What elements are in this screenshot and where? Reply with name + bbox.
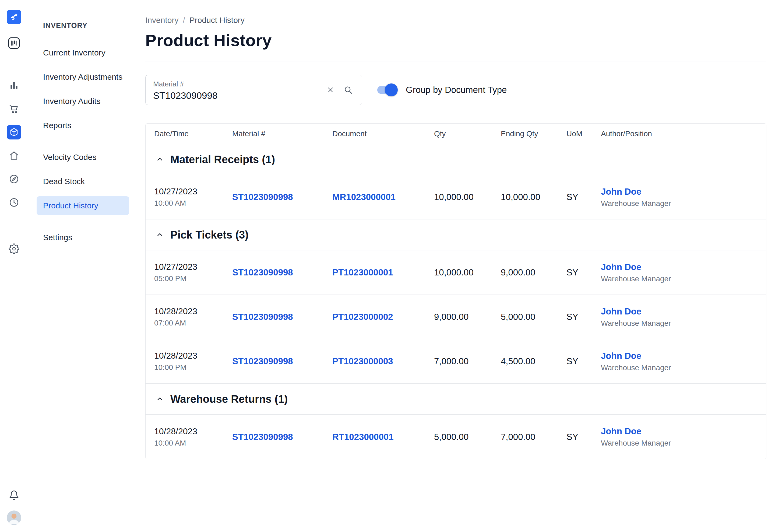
ending-qty-cell: 4,500.00 bbox=[501, 356, 567, 367]
group-header-warehouse-returns-1: Warehouse Returns (1) bbox=[146, 384, 766, 415]
compass-icon[interactable] bbox=[7, 172, 21, 186]
column-header-material: Material # bbox=[232, 129, 332, 138]
app-logo-icon[interactable] bbox=[7, 10, 21, 24]
sidebar-item-velocity-codes[interactable]: Velocity Codes bbox=[37, 148, 129, 167]
table-row: 10/28/202310:00 AMST1023090998RT10230000… bbox=[146, 415, 766, 459]
author-link[interactable]: John Doe bbox=[601, 307, 641, 316]
breadcrumb-current: Product History bbox=[189, 16, 245, 25]
material-field-label: Material # bbox=[153, 80, 316, 88]
history-table: Date/TimeMaterial #DocumentQtyEnding Qty… bbox=[145, 123, 766, 459]
barcode-scanner-icon[interactable] bbox=[7, 36, 21, 50]
material-search-input[interactable] bbox=[153, 90, 316, 101]
material-cell: ST1023090998 bbox=[232, 356, 332, 367]
author-cell: John DoeWarehouse Manager bbox=[601, 307, 766, 328]
author-link[interactable]: John Doe bbox=[601, 262, 641, 272]
uom-cell: SY bbox=[567, 192, 601, 202]
uom-cell: SY bbox=[567, 268, 601, 278]
qty-cell: 10,000.00 bbox=[434, 268, 501, 278]
document-cell: MR1023000001 bbox=[332, 192, 434, 202]
material-link[interactable]: ST1023090998 bbox=[232, 268, 293, 277]
author-cell: John DoeWarehouse Manager bbox=[601, 186, 766, 208]
document-cell: PT1023000001 bbox=[332, 268, 434, 278]
document-link[interactable]: PT1023000002 bbox=[332, 312, 393, 322]
table-row: 10/27/202305:00 PMST1023090998PT10230000… bbox=[146, 250, 766, 295]
author-cell: John DoeWarehouse Manager bbox=[601, 426, 766, 448]
filter-row: Material # Group by Document Type bbox=[145, 75, 766, 105]
date-cell: 10/27/202305:00 PM bbox=[154, 262, 232, 283]
material-link[interactable]: ST1023090998 bbox=[232, 192, 293, 202]
gear-wrap bbox=[7, 241, 21, 256]
document-link[interactable]: PT1023000003 bbox=[332, 356, 393, 366]
column-header-ending-qty: Ending Qty bbox=[501, 129, 567, 138]
time-text: 05:00 PM bbox=[154, 275, 229, 283]
author-cell: John DoeWarehouse Manager bbox=[601, 351, 766, 372]
sidebar-item-reports[interactable]: Reports bbox=[37, 116, 129, 135]
time-text: 10:00 PM bbox=[154, 363, 229, 372]
author-link[interactable]: John Doe bbox=[601, 426, 641, 436]
sidebar-item-inventory-adjustments[interactable]: Inventory Adjustments bbox=[37, 68, 129, 86]
collapse-chevron-icon[interactable] bbox=[156, 395, 164, 403]
clear-icon[interactable] bbox=[326, 86, 334, 94]
group-title: Material Receipts (1) bbox=[170, 153, 275, 165]
breadcrumb-parent[interactable]: Inventory bbox=[145, 16, 178, 25]
document-link[interactable]: PT1023000001 bbox=[332, 268, 393, 277]
date-text: 10/27/2023 bbox=[154, 186, 229, 196]
group-toggle-label: Group by Document Type bbox=[406, 85, 507, 95]
logo-swoosh-icon bbox=[9, 12, 19, 22]
sidebar-item-product-history[interactable]: Product History bbox=[37, 196, 129, 215]
time-text: 07:00 AM bbox=[154, 319, 229, 328]
uom-cell: SY bbox=[567, 432, 601, 442]
sidebar-item-inventory-audits[interactable]: Inventory Audits bbox=[37, 92, 129, 111]
collapse-chevron-icon[interactable] bbox=[156, 155, 164, 163]
gear-icon[interactable] bbox=[7, 241, 21, 256]
date-cell: 10/28/202307:00 AM bbox=[154, 307, 232, 328]
column-header-uom: UoM bbox=[567, 129, 601, 138]
author-link[interactable]: John Doe bbox=[601, 351, 641, 361]
table-header-row: Date/TimeMaterial #DocumentQtyEnding Qty… bbox=[146, 123, 766, 144]
material-link[interactable]: ST1023090998 bbox=[232, 356, 293, 366]
qty-cell: 7,000.00 bbox=[434, 356, 501, 367]
document-link[interactable]: RT1023000001 bbox=[332, 432, 394, 442]
sidebar: INVENTORY Current InventoryInventory Adj… bbox=[28, 0, 136, 532]
bell-icon[interactable] bbox=[9, 490, 19, 502]
material-cell: ST1023090998 bbox=[232, 432, 332, 442]
document-link[interactable]: MR1023000001 bbox=[332, 192, 396, 202]
author-position: Warehouse Manager bbox=[601, 439, 763, 448]
material-search-field[interactable]: Material # bbox=[145, 75, 362, 105]
rail-nav bbox=[7, 78, 21, 210]
ending-qty-cell: 9,000.00 bbox=[501, 268, 567, 278]
table-row: 10/28/202307:00 AMST1023090998PT10230000… bbox=[146, 295, 766, 339]
search-icon[interactable] bbox=[343, 85, 353, 94]
qty-cell: 9,000.00 bbox=[434, 312, 501, 322]
group-header-pick-tickets-3: Pick Tickets (3) bbox=[146, 219, 766, 250]
material-link[interactable]: ST1023090998 bbox=[232, 432, 293, 442]
group-title: Warehouse Returns (1) bbox=[170, 393, 288, 405]
date-cell: 10/28/202310:00 PM bbox=[154, 351, 232, 372]
sidebar-section-title: INVENTORY bbox=[43, 22, 129, 30]
date-text: 10/28/2023 bbox=[154, 351, 229, 361]
main-content: Inventory / Product History Product Hist… bbox=[136, 0, 775, 532]
package-icon[interactable] bbox=[7, 125, 21, 139]
group-by-document-type-toggle[interactable] bbox=[377, 86, 397, 94]
document-cell: RT1023000001 bbox=[332, 432, 434, 442]
material-link[interactable]: ST1023090998 bbox=[232, 312, 293, 322]
material-cell: ST1023090998 bbox=[232, 268, 332, 278]
author-link[interactable]: John Doe bbox=[601, 186, 641, 196]
toggle-knob bbox=[385, 83, 398, 96]
user-avatar[interactable] bbox=[7, 510, 21, 525]
sidebar-item-settings[interactable]: Settings bbox=[37, 228, 129, 247]
icon-rail bbox=[0, 0, 28, 532]
author-position: Warehouse Manager bbox=[601, 275, 763, 283]
time-text: 10:00 AM bbox=[154, 439, 229, 448]
home-icon[interactable] bbox=[7, 148, 21, 163]
collapse-chevron-icon[interactable] bbox=[156, 231, 164, 239]
sidebar-item-current-inventory[interactable]: Current Inventory bbox=[37, 43, 129, 62]
shopping-cart-icon[interactable] bbox=[7, 101, 21, 116]
clock-icon[interactable] bbox=[7, 195, 21, 210]
page-title: Product History bbox=[145, 31, 766, 50]
author-cell: John DoeWarehouse Manager bbox=[601, 262, 766, 283]
bar-chart-icon[interactable] bbox=[7, 78, 21, 93]
column-header-document: Document bbox=[332, 129, 434, 138]
group-toggle-wrap: Group by Document Type bbox=[377, 85, 507, 95]
sidebar-item-dead-stock[interactable]: Dead Stock bbox=[37, 172, 129, 191]
